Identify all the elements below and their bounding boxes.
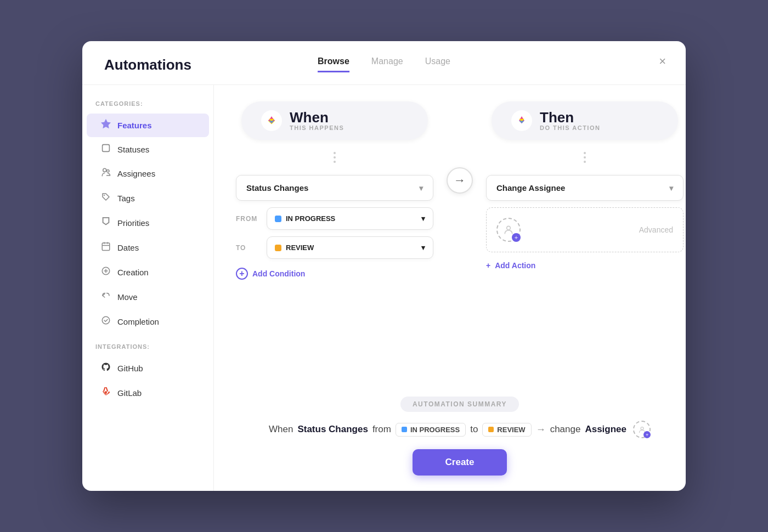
connector-dots-then (584, 149, 586, 166)
to-status-label: REVIEW (286, 244, 314, 252)
add-action-label: Add Action (495, 261, 535, 270)
sidebar-item-features-label: Features (117, 121, 152, 130)
then-block-header: Then DO THIS ACTION (492, 101, 678, 140)
from-status-dot (275, 216, 281, 222)
dot5 (584, 156, 586, 159)
sidebar-item-tags[interactable]: Tags (87, 186, 209, 210)
arrow-icon: → (454, 173, 466, 188)
modal-body: Categories: Features Statuses (82, 85, 686, 491)
summary-in-progress-badge: IN PROGRESS (396, 423, 466, 437)
summary-label: AUTOMATION SUMMARY (400, 397, 519, 412)
sidebar-item-statuses-label: Statuses (117, 145, 149, 154)
when-main-label: When (290, 110, 344, 124)
sidebar-item-move-label: Move (117, 292, 138, 302)
sidebar-item-move[interactable]: Move (87, 285, 209, 309)
arrow-connector: → (447, 167, 473, 194)
summary-to-text: to (470, 424, 478, 435)
sidebar-item-features[interactable]: Features (87, 114, 209, 137)
action-chevron-icon: ▾ (669, 184, 673, 193)
summary-change-text: change (550, 424, 581, 435)
dot2 (334, 156, 336, 159)
features-icon (100, 119, 112, 132)
sidebar-item-creation[interactable]: Creation (87, 261, 209, 284)
create-button[interactable]: Create (413, 449, 507, 476)
move-icon (100, 291, 112, 303)
svg-rect-4 (102, 243, 110, 251)
summary-arrow-icon: → (536, 424, 546, 435)
to-status-row: REVIEW (275, 244, 314, 252)
gitlab-icon (100, 387, 112, 399)
add-action-plus-icon: + (486, 261, 490, 270)
svg-point-8 (641, 427, 643, 429)
sidebar-item-creation-label: Creation (117, 268, 149, 277)
modal-title: Automations (104, 56, 191, 73)
svg-point-3 (104, 195, 105, 196)
then-logo (511, 110, 532, 131)
add-action-button[interactable]: + Add Action (486, 261, 535, 270)
to-chevron-icon: ▾ (421, 244, 425, 252)
tab-manage[interactable]: Manage (371, 56, 403, 72)
close-button[interactable]: × (659, 54, 666, 69)
sidebar-item-gitlab-label: GitLab (117, 388, 142, 398)
sidebar-item-dates[interactable]: Dates (87, 236, 209, 259)
from-status-select[interactable]: IN PROGRESS ▾ (267, 207, 433, 230)
creation-icon (100, 266, 112, 279)
then-select-area: Change Assignee ▾ + Advanced + (486, 175, 684, 270)
summary-in-progress-label: IN PROGRESS (410, 426, 460, 434)
add-condition-label: Add Condition (252, 269, 305, 278)
then-header-text: Then DO THIS ACTION (540, 110, 600, 131)
priorities-icon (100, 217, 112, 229)
sidebar-item-completion[interactable]: Completion (87, 310, 209, 333)
assignee-plus-icon: + (512, 233, 521, 242)
tags-icon (100, 192, 112, 205)
dates-icon (100, 241, 112, 254)
tab-usage[interactable]: Usage (425, 56, 450, 72)
when-select-area: Status Changes ▾ FROM IN PROGRESS ▾ (236, 175, 433, 280)
to-status-select[interactable]: REVIEW ▾ (267, 236, 433, 259)
dot6 (584, 161, 586, 163)
trigger-select-label: Status Changes (246, 183, 308, 193)
summary-assignee-plus-icon: + (643, 431, 651, 438)
dot3 (334, 161, 336, 163)
summary-text: When Status Changes from IN PROGRESS to … (269, 421, 651, 438)
assignee-icon: + (496, 218, 521, 242)
tabs-container: Browse Manage Usage (318, 56, 450, 72)
add-condition-plus-icon: + (236, 268, 248, 280)
main-content: When THIS HAPPENS Status Changes ▾ (214, 85, 686, 491)
sidebar-item-assignees-label: Assignees (117, 169, 155, 178)
sidebar-item-github[interactable]: GitHub (87, 356, 209, 380)
summary-review-badge: REVIEW (482, 423, 531, 437)
sidebar-item-gitlab[interactable]: GitLab (87, 381, 209, 405)
sidebar-item-statuses[interactable]: Statuses (87, 138, 209, 161)
svg-point-7 (507, 226, 511, 230)
when-block-header: When THIS HAPPENS (241, 101, 428, 140)
advanced-label[interactable]: Advanced (639, 225, 673, 234)
svg-rect-0 (103, 145, 110, 152)
statuses-icon (100, 144, 112, 155)
tab-browse[interactable]: Browse (318, 56, 349, 72)
action-select[interactable]: Change Assignee ▾ (486, 175, 684, 201)
sidebar-item-tags-label: Tags (117, 194, 135, 203)
from-status-row: IN PROGRESS (275, 214, 335, 223)
from-status-label: IN PROGRESS (286, 214, 335, 223)
summary-section: AUTOMATION SUMMARY When Status Changes f… (236, 386, 684, 480)
then-block: Then DO THIS ACTION Change Assignee ▾ (486, 101, 684, 270)
sidebar-item-completion-label: Completion (117, 317, 159, 326)
then-main-label: Then (540, 110, 600, 124)
to-label: TO (236, 244, 260, 252)
summary-when-text: When (269, 424, 293, 435)
add-condition-button[interactable]: + Add Condition (236, 268, 305, 280)
summary-assignee-icon: + (633, 421, 651, 438)
sidebar-item-github-label: GitHub (117, 364, 143, 373)
trigger-select[interactable]: Status Changes ▾ (236, 175, 433, 201)
sidebar-item-priorities[interactable]: Priorities (87, 211, 209, 235)
trigger-chevron-icon: ▾ (419, 184, 423, 193)
completion-icon (100, 315, 112, 328)
summary-status-changes-text: Status Changes (297, 424, 368, 435)
when-sub-label: THIS HAPPENS (290, 124, 344, 131)
to-status-dot (275, 245, 281, 251)
summary-assignee-text: Assignee (585, 424, 626, 435)
svg-point-6 (102, 316, 110, 324)
summary-from-text: from (372, 424, 391, 435)
sidebar-item-assignees[interactable]: Assignees (87, 162, 209, 185)
